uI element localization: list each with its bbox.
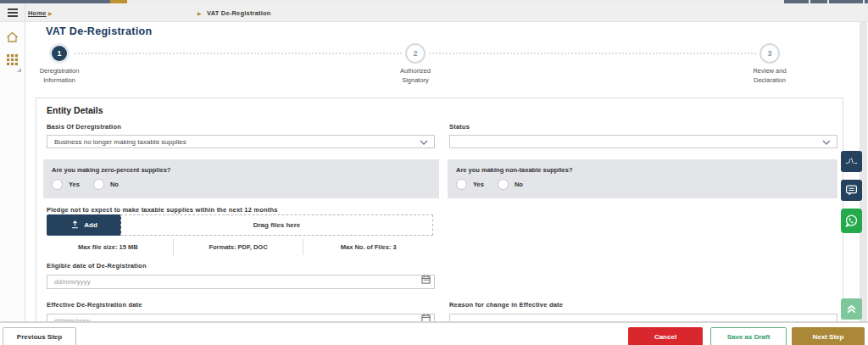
basis-of-deregistration-select[interactable]: Business no longer making taxable suppli…: [47, 135, 435, 148]
radio-label-no: No: [110, 181, 119, 188]
entity-details-card: Entity Details Basis Of Deregistration B…: [36, 97, 843, 345]
breadcrumb-current-item: VAT De-Registration: [207, 9, 271, 17]
left-sidebar: [0, 3, 25, 321]
drag-files-dropzone[interactable]: Drag files here: [120, 214, 433, 236]
breadcrumb: Home ▶ ▶ VAT De-Registration: [25, 3, 868, 22]
double-chevron-up-icon: [846, 304, 857, 314]
basis-of-deregistration-label: Basis Of Deregistration: [47, 123, 121, 131]
upload-icon: [70, 220, 80, 230]
whatsapp-button[interactable]: [841, 209, 862, 233]
stepper-label-authorized-signatory: AuthorizedSignatory: [377, 67, 453, 86]
breadcrumb-arrow-icon: ▶: [48, 10, 53, 16]
eligible-date-input[interactable]: [47, 275, 435, 289]
dropzone-text: Drag files here: [253, 221, 301, 229]
max-file-size-note: Max file size: 15 MB: [43, 239, 173, 255]
zero-percent-no-radio[interactable]: [93, 179, 104, 190]
zero-percent-yes-radio[interactable]: [52, 179, 63, 190]
eligible-date-field: [47, 272, 435, 287]
whatsapp-icon: [844, 214, 859, 228]
add-button-label: Add: [84, 221, 97, 229]
calendar-icon[interactable]: [421, 275, 431, 284]
sidebar-home-button[interactable]: [0, 29, 25, 46]
sidebar-apps-button[interactable]: [0, 51, 25, 68]
radio-label-yes: Yes: [473, 181, 484, 188]
save-as-draft-button[interactable]: Save as Draft: [710, 327, 787, 345]
upload-constraints-row: Max file size: 15 MB Formats: PDF, DOC M…: [43, 239, 433, 255]
footer-action-bar: Previous Step Cancel Save as Draft Next …: [0, 321, 868, 345]
max-files-note: Max No. of Files: 3: [303, 239, 433, 255]
signature-squiggle-icon: [845, 157, 859, 166]
breadcrumb-arrow-icon: ▶: [198, 10, 202, 16]
cancel-button[interactable]: Cancel: [628, 327, 703, 345]
chevron-down-icon: [822, 140, 831, 145]
pledge-upload-label: Pledge not to expect to make taxable sup…: [47, 206, 278, 214]
non-taxable-supplies-panel: Are you making non-taxable supplies? Yes…: [448, 159, 837, 198]
next-step-button[interactable]: Next Step: [792, 327, 865, 345]
status-label: Status: [449, 123, 470, 131]
sign-language-service-button[interactable]: [841, 151, 862, 172]
zero-percent-supplies-panel: Are you making zero-percent supplies? Ye…: [43, 159, 439, 198]
reason-change-label: Reason for change in Effective date: [449, 301, 563, 309]
stepper-connector: [75, 53, 402, 54]
hamburger-icon: [8, 8, 18, 17]
chevron-down-icon: [420, 140, 428, 145]
home-icon: [6, 31, 19, 43]
scroll-to-top-button[interactable]: [841, 298, 862, 320]
previous-step-button[interactable]: Previous Step: [3, 327, 76, 345]
step-number: 1: [52, 46, 67, 61]
stepper-step-2[interactable]: 2: [405, 43, 426, 64]
formats-note: Formats: PDF, DOC: [173, 239, 303, 255]
non-taxable-no-radio[interactable]: [498, 179, 509, 190]
stepper-step-1[interactable]: 1: [49, 43, 70, 64]
vat-deregistration-page: Home ▶ ▶ VAT De-Registration VAT De-Regi…: [0, 0, 868, 345]
radio-label-yes: Yes: [69, 181, 80, 188]
eligible-date-label: Eligible date of De-Registration: [47, 262, 147, 270]
live-chat-button[interactable]: [841, 180, 862, 201]
effective-date-label: Effective De-Registration date: [47, 301, 142, 309]
section-title: Entity Details: [47, 105, 103, 115]
step-number: 3: [767, 49, 771, 58]
non-taxable-yes-radio[interactable]: [456, 179, 467, 190]
radio-label-no: No: [515, 181, 523, 188]
selected-value: Business no longer making taxable suppli…: [54, 136, 186, 148]
step-number: 2: [413, 49, 417, 58]
status-select[interactable]: [449, 135, 837, 148]
stepper-label-deregistration-information: DeregistrationInformation: [21, 67, 97, 86]
stepper-step-3[interactable]: 3: [760, 43, 780, 64]
zero-percent-question: Are you making zero-percent supplies?: [52, 166, 170, 174]
stepper-connector: [429, 53, 756, 54]
non-taxable-question: Are you making non-taxable supplies?: [456, 166, 573, 174]
menu-toggle-button[interactable]: [0, 3, 25, 22]
breadcrumb-home-link[interactable]: Home: [28, 9, 47, 17]
chat-bubble-icon: [845, 184, 858, 197]
apps-grid-icon: [7, 54, 18, 65]
page-title: VAT De-Registration: [46, 25, 152, 37]
stepper-label-review-declaration: Review andDeclaration: [732, 67, 808, 86]
add-file-button[interactable]: Add: [47, 214, 121, 236]
